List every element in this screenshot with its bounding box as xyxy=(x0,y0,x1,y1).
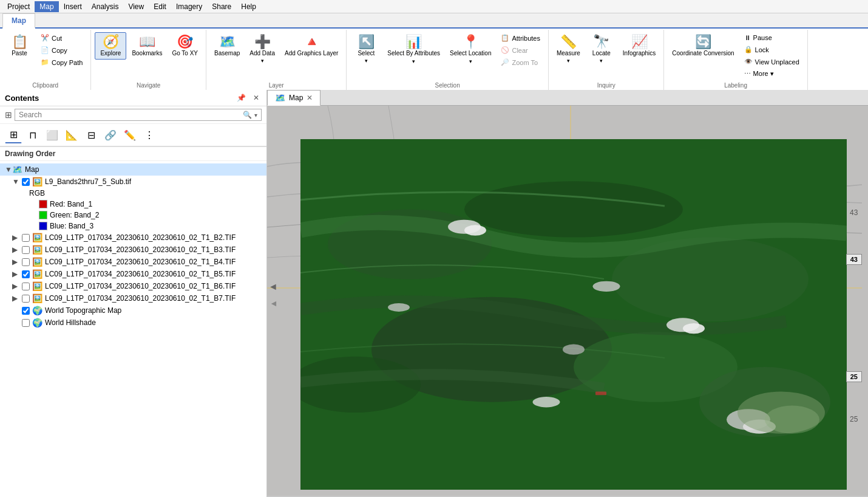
clear-button[interactable]: 🚫 Clear xyxy=(497,44,544,56)
nav-left-arrow[interactable]: ◄ xyxy=(268,281,278,292)
layer-view-more-icon[interactable]: ⋮ xyxy=(141,126,158,143)
map-canvas[interactable]: 43 25 ◄ xyxy=(267,106,868,496)
bookmarks-button[interactable]: 📖 Bookmarks xyxy=(127,32,166,60)
coordinate-conversion-button[interactable]: 🔄 Coordinate Conversion xyxy=(668,32,738,60)
add-data-button[interactable]: ➕ Add Data ▾ xyxy=(245,32,279,67)
attributes-button[interactable]: 📋 Attributes xyxy=(497,32,544,44)
layer-view-raster-icon[interactable]: ⬜ xyxy=(44,126,61,143)
search-magnifier-icon: 🔍 xyxy=(243,111,252,119)
lc09b5-expand-icon[interactable]: ▶ xyxy=(12,270,19,278)
basemap-button[interactable]: 🗺️ Basemap xyxy=(210,32,244,60)
add-graphics-layer-button[interactable]: 🔺 Add Graphics Layer xyxy=(280,32,342,60)
layer-view-group-icon[interactable]: 🔗 xyxy=(102,126,119,143)
infographics-button[interactable]: 📈 Infographics xyxy=(619,32,660,60)
layer-view-cylinder-icon[interactable]: ⊓ xyxy=(24,126,41,143)
rgb-label: RGB xyxy=(29,189,262,197)
map-tab[interactable]: 🗺️ Map ✕ xyxy=(267,90,320,106)
select-icon: ↖️ xyxy=(358,35,375,49)
lc09b7-checkbox[interactable] xyxy=(22,295,30,303)
menu-project[interactable]: Project xyxy=(2,1,35,12)
lc09b2-checkbox[interactable] xyxy=(22,234,30,242)
explore-icon: 🧭 xyxy=(103,35,119,49)
menu-analysis[interactable]: Analysis xyxy=(87,1,124,12)
layer-view-list-icon[interactable]: ⊞ xyxy=(5,126,22,143)
l9bands-label: L9_Bands2thru7_5_Sub.tif xyxy=(45,177,262,186)
tree-item-lc09-b6[interactable]: ▶ 🖼️ LC09_L1TP_017034_20230610_20230610_… xyxy=(0,280,266,292)
tree-item-lc09-b7[interactable]: ▶ 🖼️ LC09_L1TP_017034_20230610_20230610_… xyxy=(0,292,266,304)
lc09b2-expand-icon[interactable]: ▶ xyxy=(12,233,19,242)
map-expand-icon[interactable]: ▼ xyxy=(5,165,12,174)
tree-item-world-topo[interactable]: 🌍 World Topographic Map xyxy=(0,304,266,317)
tree-item-lc09-b3[interactable]: ▶ 🖼️ LC09_L1TP_017034_20230610_20230610_… xyxy=(0,244,266,256)
scale-badge-43: 43 xyxy=(846,254,862,265)
layer-label: Layer xyxy=(269,80,284,89)
search-input[interactable] xyxy=(19,111,240,119)
copy-path-button[interactable]: 📁 Copy Path xyxy=(36,57,87,68)
close-icon[interactable]: ✕ xyxy=(251,92,262,103)
select-by-attributes-button[interactable]: 📊 Select By Attributes ▾ xyxy=(383,32,444,67)
menu-help[interactable]: Help xyxy=(236,1,261,12)
map-tab-close-icon[interactable]: ✕ xyxy=(307,94,313,102)
paste-button[interactable]: 📋 Paste xyxy=(4,32,35,60)
lc09b6-icon: 🖼️ xyxy=(32,281,42,291)
explore-button[interactable]: 🧭 Explore xyxy=(95,32,126,60)
red-band-label: Red: Band_1 xyxy=(50,200,262,208)
menu-view[interactable]: View xyxy=(123,1,149,12)
pause-button[interactable]: ⏸ Pause xyxy=(740,32,804,43)
view-unplaced-button[interactable]: 👁️ View Unplaced xyxy=(740,56,804,67)
tree-item-lc09-b5[interactable]: ▶ 🖼️ LC09_L1TP_017034_20230610_20230610_… xyxy=(0,268,266,280)
ribbon-group-labeling: 🔄 Coordinate Conversion ⏸ Pause 🔒 Lock 👁… xyxy=(664,30,807,91)
measure-icon: 📏 xyxy=(560,35,577,49)
lc09b5-checkbox[interactable] xyxy=(22,270,30,278)
lc09b6-expand-icon[interactable]: ▶ xyxy=(12,282,19,290)
satellite-image-svg xyxy=(300,139,847,490)
tree-item-l9bands[interactable]: ▼ 🖼️ L9_Bands2thru7_5_Sub.tif xyxy=(0,176,266,188)
svg-rect-27 xyxy=(595,391,606,395)
copy-button[interactable]: 📄 Copy xyxy=(36,44,87,56)
lc09b3-checkbox[interactable] xyxy=(22,246,30,254)
lc09b7-expand-icon[interactable]: ▶ xyxy=(12,294,19,303)
measure-button[interactable]: 📏 Measure ▾ xyxy=(552,32,585,67)
filter-icon[interactable]: ⊞ xyxy=(5,110,12,120)
svg-point-23 xyxy=(388,303,410,312)
tree-item-red-band[interactable]: Red: Band_1 xyxy=(0,199,266,210)
select-by-location-button[interactable]: 📍 Select Location ▾ xyxy=(446,32,495,67)
blue-band-label: Blue: Band_3 xyxy=(50,222,262,230)
ribbon-tab-map[interactable]: Map xyxy=(2,13,35,29)
lc09b4-expand-icon[interactable]: ▶ xyxy=(12,258,19,266)
tree-item-blue-band[interactable]: Blue: Band_3 xyxy=(0,221,266,231)
select-button[interactable]: ↖️ Select ▾ xyxy=(350,32,382,67)
world-topo-checkbox[interactable] xyxy=(22,307,30,315)
layer-view-annotation-icon[interactable]: ✏️ xyxy=(121,126,138,143)
tree-item-green-band[interactable]: Green: Band_2 xyxy=(0,210,266,221)
go-to-xy-button[interactable]: 🎯 Go To XY xyxy=(168,32,202,60)
zoom-to-button[interactable]: 🔎 Zoom To xyxy=(497,57,544,68)
more-button[interactable]: ⋯ More ▾ xyxy=(740,68,804,80)
l9bands-expand-icon[interactable]: ▼ xyxy=(12,177,19,186)
l9bands-checkbox[interactable] xyxy=(22,178,30,186)
menu-edit[interactable]: Edit xyxy=(149,1,171,12)
tree-item-lc09-b2[interactable]: ▶ 🖼️ LC09_L1TP_017034_20230610_20230610_… xyxy=(0,231,266,244)
select-location-icon: 📍 xyxy=(463,35,479,49)
cut-button[interactable]: ✂️ Cut xyxy=(36,32,87,44)
lock-button[interactable]: 🔒 Lock xyxy=(740,44,804,55)
menu-insert[interactable]: Insert xyxy=(59,1,87,12)
layer-view-table-icon[interactable]: ⊟ xyxy=(83,126,100,143)
locate-button[interactable]: 🔭 Locate ▾ xyxy=(586,32,617,67)
cut-icon: ✂️ xyxy=(41,34,49,42)
tree-item-lc09-b4[interactable]: ▶ 🖼️ LC09_L1TP_017034_20230610_20230610_… xyxy=(0,256,266,268)
search-dropdown-icon[interactable]: ▾ xyxy=(254,112,257,118)
tree-item-world-hillshade[interactable]: 🌍 World Hillshade xyxy=(0,317,266,329)
lc09b6-checkbox[interactable] xyxy=(22,283,30,290)
layer-view-vector-icon[interactable]: 📐 xyxy=(63,126,80,143)
world-hillshade-checkbox[interactable] xyxy=(22,319,30,327)
tree-item-map[interactable]: ▼ 🗺️ Map xyxy=(0,163,266,176)
lc09b4-checkbox[interactable] xyxy=(22,258,30,266)
pin-icon[interactable]: 📌 xyxy=(234,92,248,103)
lc09b5-label: LC09_L1TP_017034_20230610_20230610_02_T1… xyxy=(45,270,262,278)
coordinate-conversion-icon: 🔄 xyxy=(695,35,711,49)
menu-map[interactable]: Map xyxy=(35,1,58,12)
menu-imagery[interactable]: Imagery xyxy=(171,1,207,12)
lc09b3-expand-icon[interactable]: ▶ xyxy=(12,245,19,254)
menu-share[interactable]: Share xyxy=(207,1,236,12)
